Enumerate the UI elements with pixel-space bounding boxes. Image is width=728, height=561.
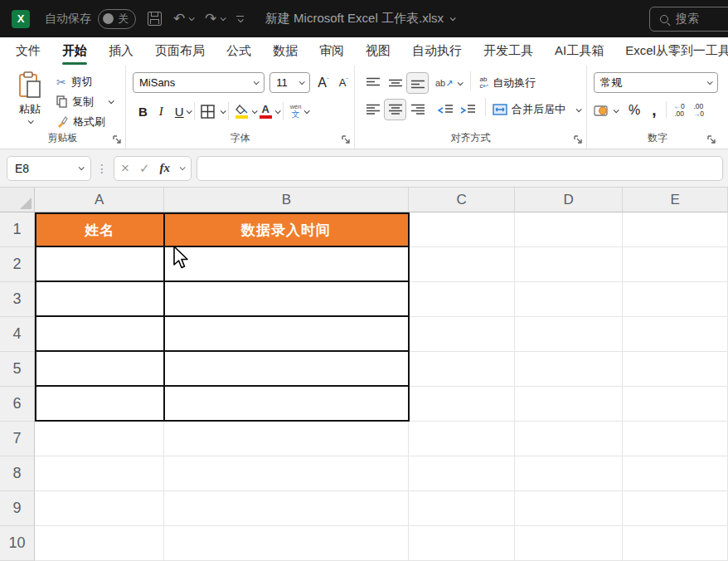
increase-font-button[interactable]: Aˆ — [315, 76, 331, 90]
wrap-text-button[interactable]: abc↩ 自动换行 — [479, 76, 536, 90]
cell-C6[interactable] — [410, 387, 516, 422]
increase-decimal-button[interactable]: ←0 .00 — [670, 103, 689, 118]
cell-A5[interactable] — [35, 352, 165, 387]
cell-D2[interactable] — [515, 247, 623, 282]
number-dialog-launcher[interactable] — [707, 135, 716, 144]
tab-页面布局[interactable]: 页面布局 — [144, 38, 216, 66]
cell-C1[interactable] — [410, 212, 516, 247]
cell-E10[interactable] — [623, 526, 728, 561]
column-header-A[interactable]: A — [35, 188, 164, 212]
tab-Excel从零到一工具箱[interactable]: Excel从零到一工具箱 — [614, 38, 728, 66]
cell-D9[interactable] — [515, 491, 623, 526]
cell-E9[interactable] — [623, 491, 728, 526]
column-header-B[interactable]: B — [164, 188, 409, 212]
copy-chevron-icon[interactable] — [109, 98, 114, 104]
cell-A1[interactable]: 姓名 — [35, 212, 165, 247]
font-size-combo[interactable]: 11 — [269, 72, 310, 93]
decrease-decimal-button[interactable]: .00 →0 — [689, 103, 708, 118]
cell-B10[interactable] — [164, 526, 409, 561]
cell-E4[interactable] — [623, 317, 728, 352]
autosave-toggle[interactable]: 关 — [98, 9, 136, 29]
cell-D3[interactable] — [515, 282, 623, 317]
fill-color-button[interactable] — [232, 105, 252, 119]
tab-视图[interactable]: 视图 — [355, 38, 401, 66]
cell-C10[interactable] — [409, 526, 515, 561]
align-center-button[interactable] — [384, 99, 406, 120]
customize-quick-access-button[interactable] — [236, 16, 244, 22]
save-button[interactable] — [148, 12, 162, 26]
bold-button[interactable]: B — [133, 105, 153, 119]
name-box-chevron-icon[interactable] — [79, 164, 85, 170]
cell-B7[interactable] — [164, 422, 409, 456]
insert-function-button[interactable]: fx — [160, 161, 171, 175]
align-top-button[interactable] — [362, 72, 384, 94]
column-header-D[interactable]: D — [515, 188, 623, 212]
row-header-4[interactable]: 4 — [0, 317, 35, 352]
copy-button[interactable]: 复制 — [56, 94, 113, 110]
cell-A3[interactable] — [35, 282, 165, 317]
italic-button[interactable]: I — [153, 105, 169, 119]
excel-app-icon[interactable]: X — [12, 10, 30, 28]
format-painter-button[interactable]: 格式刷 — [56, 114, 113, 129]
align-bottom-button[interactable] — [406, 72, 429, 94]
cell-D7[interactable] — [515, 422, 623, 456]
paste-chevron-icon[interactable] — [27, 118, 33, 124]
align-left-button[interactable] — [362, 99, 384, 120]
enter-button[interactable]: ✓ — [139, 161, 150, 176]
redo-chevron-icon[interactable] — [221, 15, 226, 21]
column-header-C[interactable]: C — [409, 188, 515, 212]
row-header-5[interactable]: 5 — [0, 352, 35, 387]
number-format-combo[interactable]: 常规 — [594, 72, 718, 93]
undo-chevron-icon[interactable] — [189, 15, 195, 21]
cell-C4[interactable] — [410, 317, 516, 352]
cell-B2[interactable] — [165, 247, 410, 282]
phonetic-chevron-icon[interactable] — [304, 108, 310, 114]
cell-E2[interactable] — [623, 247, 728, 282]
undo-button[interactable]: ↶ — [173, 10, 193, 27]
cell-C3[interactable] — [410, 282, 516, 317]
row-header-9[interactable]: 9 — [0, 491, 35, 526]
decrease-indent-button[interactable] — [434, 99, 456, 120]
cell-C2[interactable] — [410, 247, 516, 282]
cut-button[interactable]: ✂ 剪切 — [56, 74, 113, 90]
drag-handle-icon[interactable]: ⋮ — [96, 162, 109, 175]
redo-button[interactable]: ↷ — [205, 10, 225, 27]
cell-B3[interactable] — [165, 282, 410, 317]
cell-E1[interactable] — [623, 212, 728, 247]
tab-文件[interactable]: 文件 — [5, 38, 51, 66]
cell-C5[interactable] — [410, 352, 516, 387]
merge-chevron-icon[interactable] — [576, 106, 582, 112]
cell-D4[interactable] — [515, 317, 623, 352]
orientation-chevron-icon[interactable] — [458, 80, 463, 85]
cell-B6[interactable] — [165, 387, 410, 422]
cell-E3[interactable] — [623, 282, 728, 317]
cell-A9[interactable] — [35, 491, 164, 526]
percent-style-button[interactable]: % — [623, 103, 646, 118]
cell-B9[interactable] — [164, 491, 409, 526]
cell-B1[interactable]: 数据录入时间 — [165, 212, 410, 247]
borders-button[interactable] — [201, 105, 215, 119]
cell-B4[interactable] — [165, 317, 410, 352]
tab-审阅[interactable]: 审阅 — [308, 38, 355, 66]
underline-button[interactable]: U — [169, 105, 187, 119]
tab-AI工具箱[interactable]: AI工具箱 — [544, 38, 614, 66]
select-all-corner[interactable] — [0, 188, 35, 212]
row-header-7[interactable]: 7 — [0, 422, 35, 456]
cell-C9[interactable] — [409, 491, 515, 526]
borders-chevron-icon[interactable] — [220, 108, 226, 114]
tab-自动执行[interactable]: 自动执行 — [401, 38, 473, 66]
cell-E6[interactable] — [623, 387, 728, 422]
increase-indent-button[interactable] — [456, 99, 478, 120]
font-color-button[interactable]: A — [256, 104, 275, 119]
accounting-chevron-icon[interactable] — [614, 107, 619, 113]
cell-B5[interactable] — [165, 352, 410, 387]
tab-开始[interactable]: 开始 — [51, 38, 98, 66]
cell-C8[interactable] — [409, 456, 515, 491]
cell-A2[interactable] — [35, 247, 165, 282]
cell-B8[interactable] — [164, 456, 409, 491]
cell-E8[interactable] — [623, 456, 728, 491]
tab-公式[interactable]: 公式 — [216, 38, 262, 66]
row-header-6[interactable]: 6 — [0, 387, 35, 422]
phonetic-guide-button[interactable]: wén 文 — [287, 104, 305, 119]
column-header-E[interactable]: E — [623, 188, 728, 212]
